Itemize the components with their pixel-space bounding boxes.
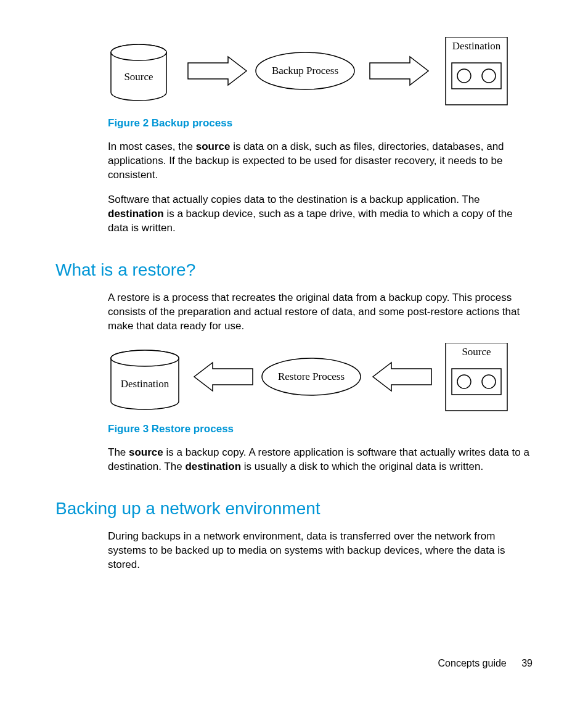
page-footer: Concepts guide 39	[438, 658, 533, 669]
svg-point-12	[457, 375, 471, 388]
backup-process-label: Backup Process	[272, 65, 338, 76]
heading-what-is-restore: What is a restore?	[55, 260, 533, 280]
paragraph-1: In most cases, the source is data on a d…	[108, 140, 533, 183]
heading-backing-up-network: Backing up a network environment	[55, 499, 533, 519]
svg-point-5	[457, 69, 471, 83]
svg-point-13	[482, 375, 496, 388]
paragraph-2: Software that actually copies data to th…	[108, 193, 533, 236]
svg-point-6	[482, 69, 496, 83]
source-tape-label: Source	[462, 346, 491, 358]
paragraph-3: A restore is a process that recreates th…	[108, 291, 533, 334]
figure-2-caption: Figure 2 Backup process	[108, 117, 533, 129]
paragraph-4: The source is a backup copy. A restore a…	[108, 446, 533, 474]
restore-process-diagram: Destination Restore Process Source	[108, 343, 533, 417]
destination-cylinder-label: Destination	[121, 378, 169, 390]
source-cylinder-label: Source	[124, 71, 153, 83]
paragraph-5: During backups in a network environment,…	[108, 530, 533, 572]
footer-label: Concepts guide	[438, 658, 507, 668]
destination-tape-label: Destination	[452, 40, 501, 52]
svg-point-8	[111, 350, 179, 366]
page-number: 39	[521, 658, 533, 668]
backup-process-diagram: Source Backup Process Destination	[108, 37, 533, 111]
figure-3-caption: Figure 3 Restore process	[108, 423, 533, 435]
restore-process-label: Restore Process	[278, 371, 345, 382]
svg-point-1	[111, 44, 166, 60]
